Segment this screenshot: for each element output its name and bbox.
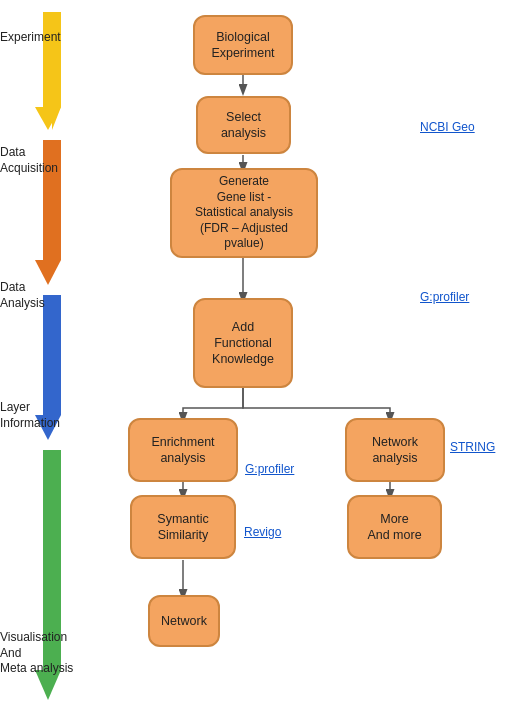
- label-data-analysis: Data Analysis: [0, 280, 85, 311]
- link-gprofiler2[interactable]: G:profiler: [245, 462, 294, 476]
- node-symantic: SymanticSimilarity: [130, 495, 236, 559]
- link-ncbi-geo[interactable]: NCBI Geo: [420, 120, 475, 134]
- label-data-acquisition: Data Acquisition: [0, 145, 85, 176]
- link-gprofiler1[interactable]: G:profiler: [420, 290, 469, 304]
- node-network-analysis: Networkanalysis: [345, 418, 445, 482]
- label-visualisation: Visualisation And Meta analysis: [0, 630, 85, 677]
- label-layer-information: Layer Information: [0, 400, 85, 431]
- link-string[interactable]: STRING: [450, 440, 495, 454]
- node-network: Network: [148, 595, 220, 647]
- node-select-analysis: Selectanalysis: [196, 96, 291, 154]
- node-more-and-more: MoreAnd more: [347, 495, 442, 559]
- link-revigo[interactable]: Revigo: [244, 525, 281, 539]
- node-generate-gene: GenerateGene list -Statistical analysis(…: [170, 168, 318, 258]
- label-experiment: Experiment: [0, 30, 85, 46]
- node-bio-experiment: BiologicalExperiment: [193, 15, 293, 75]
- node-enrichment: Enrichmentanalysis: [128, 418, 238, 482]
- node-add-functional: AddFunctionalKnowledge: [193, 298, 293, 388]
